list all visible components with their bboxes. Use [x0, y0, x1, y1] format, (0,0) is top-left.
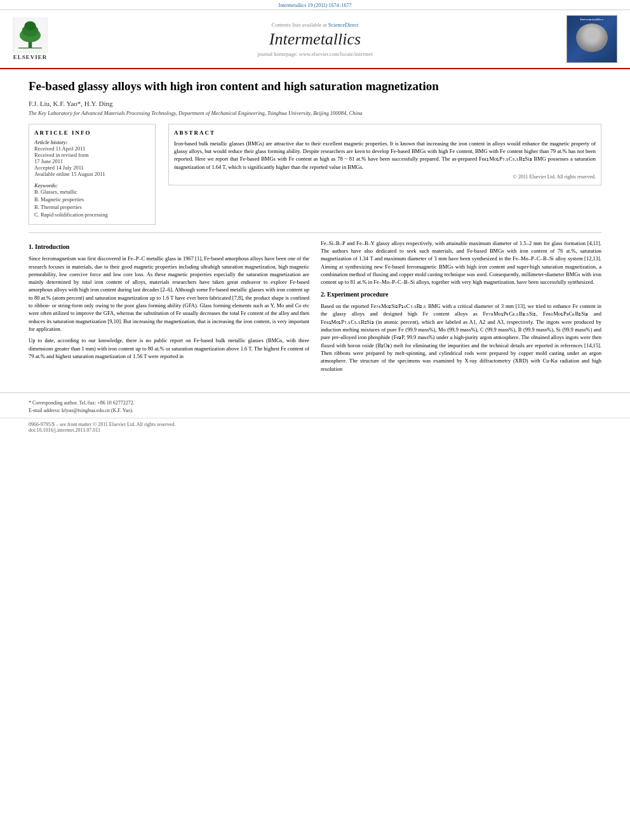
copyright-line: © 2011 Elsevier Ltd. All rights reserved… — [174, 174, 596, 180]
sciencedirect-name: ScienceDirect — [328, 22, 359, 28]
intro-para1: Since ferromagnetism was first discovere… — [29, 255, 309, 333]
article-info-title: ARTICLE INFO — [34, 130, 150, 136]
online-date: Available online 15 August 2011 — [34, 171, 150, 177]
keyword-3: Thermal properties — [34, 204, 150, 210]
revised-label: Received in revised form — [34, 152, 150, 158]
publisher-logo-area: ELSEVIER — [13, 18, 95, 60]
elsevier-logo: ELSEVIER — [13, 18, 48, 60]
article-info-abstract: ARTICLE INFO Article history: Received 1… — [29, 124, 601, 225]
keyword-4: Rapid solidification processing — [34, 211, 150, 218]
banner-text: Intermetallics 19 (2011) 1674–1677 — [278, 3, 351, 8]
cover-title: Intermetallics — [580, 18, 604, 21]
footer-bar2: doi:10.1016/j.intermet.2011.07.011 — [29, 427, 601, 433]
keywords-section: Keywords: Glasses, metallic Magnetic pro… — [34, 182, 150, 218]
footer-note1: * Corresponding author. Tel./fax: +86 10… — [29, 399, 601, 407]
article-content: Fe-based glassy alloys with high iron co… — [0, 69, 630, 386]
footer-bar1: 0966-9795/$ – see front matter © 2011 El… — [29, 422, 601, 427]
authors-text: F.J. Liu, K.F. Yao*, H.Y. Ding — [29, 100, 113, 107]
journal-title: Intermetallics — [95, 30, 535, 49]
abstract-title: ABSTRACT — [174, 130, 596, 136]
body-left-col: 1. Introduction Since ferromagnetism was… — [29, 239, 309, 377]
right-para1: Fe–Si–B–P and Fe–B–Y glassy alloys respe… — [321, 239, 601, 286]
abstract-col: ABSTRACT Iron-based bulk metallic glasse… — [168, 124, 601, 225]
article-info-col: ARTICLE INFO Article history: Received 1… — [29, 124, 156, 225]
experiment-heading: 2. Experiment procedure — [321, 290, 601, 300]
article-affiliation: The Key Laboratory for Advanced Material… — [29, 110, 601, 116]
keyword-1: Glasses, metallic — [34, 189, 150, 195]
article-authors: F.J. Liu, K.F. Yao*, H.Y. Ding — [29, 100, 601, 107]
journal-footer-bar: 0966-9795/$ – see front matter © 2011 El… — [0, 418, 630, 436]
sciencedirect-link: Contents lists available at ScienceDirec… — [95, 22, 535, 28]
journal-cover: Intermetallics — [566, 15, 617, 63]
abstract-box: ABSTRACT Iron-based bulk metallic glasse… — [168, 124, 601, 185]
footer-note2: E-mail address: kfyao@tsinghua.edu.cn (K… — [29, 407, 601, 415]
right-para2: Based on the reported Fe₇₆Mo₂Si₂P₁₀C₇.₅B… — [321, 302, 601, 373]
svg-point-4 — [24, 22, 36, 31]
received-date: Received 11 April 2011 — [34, 145, 150, 152]
body-two-col: 1. Introduction Since ferromagnetism was… — [29, 239, 601, 377]
article-title: Fe-based glassy alloys with high iron co… — [29, 79, 601, 95]
footer-area: * Corresponding author. Tel./fax: +86 10… — [0, 392, 630, 418]
elsevier-tree-icon — [13, 18, 48, 53]
revised-date: 17 June 2011 — [34, 158, 150, 164]
history-label: Article history: — [34, 139, 150, 145]
section-divider — [29, 232, 601, 233]
article-history: Article history: Received 11 April 2011 … — [34, 139, 150, 177]
keywords-label: Keywords: — [34, 182, 150, 189]
accepted-date: Accepted 14 July 2011 — [34, 164, 150, 171]
keyword-2: Magnetic properties — [34, 196, 150, 203]
journal-header: ELSEVIER Contents lists available at Sci… — [0, 10, 630, 69]
intro-para2: Up to date, according to our knowledge, … — [29, 337, 309, 360]
journal-cover-area: Intermetallics — [535, 15, 617, 63]
journal-header-center: Contents lists available at ScienceDirec… — [95, 22, 535, 57]
sciencedirect-label: Contents lists available at — [272, 22, 327, 28]
abstract-text: Iron-based bulk metallic glasses (BMGs) … — [174, 140, 596, 171]
journal-homepage: journal homepage: www.elsevier.com/locat… — [95, 51, 535, 57]
article-info-box: ARTICLE INFO Article history: Received 1… — [29, 124, 156, 225]
journal-banner: Intermetallics 19 (2011) 1674–1677 — [0, 0, 630, 10]
body-right-col: Fe–Si–B–P and Fe–B–Y glassy alloys respe… — [321, 239, 601, 377]
cover-image — [576, 23, 608, 52]
intro-heading: 1. Introduction — [29, 243, 309, 252]
elsevier-label: ELSEVIER — [13, 54, 48, 60]
